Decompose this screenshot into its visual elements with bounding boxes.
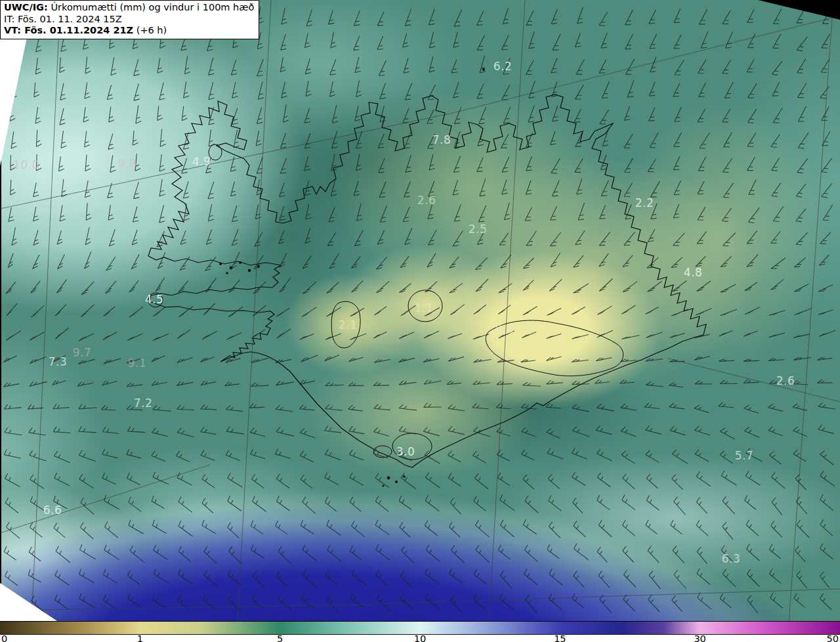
colorbar: 01510153050 <box>0 621 840 642</box>
colorbar-tick-labels: 01510153050 <box>0 635 840 642</box>
product-title: Úrkomumætti (mm) og vindur i 100m hæð <box>48 2 255 12</box>
valid-offset: (+6 h) <box>133 25 167 35</box>
valid-time: VT: Fös. 01.11.2024 21Z <box>4 25 133 35</box>
init-time-line: IT: Fös. 01. 11. 2024 15Z <box>4 14 254 26</box>
colorbar-tick: 10 <box>414 633 426 642</box>
colorbar-tick: 30 <box>694 633 705 642</box>
valid-time-line: VT: Fös. 01.11.2024 21Z (+6 h) <box>4 25 254 37</box>
colorbar-gradient <box>0 621 840 635</box>
corner-mask-bottom-left <box>0 583 59 622</box>
colorbar-tick: 15 <box>554 633 566 642</box>
colorbar-tick: 5 <box>277 633 283 642</box>
colorbar-tick: 1 <box>137 633 143 642</box>
product-line: UWC/IG: Úrkomumætti (mm) og vindur i 100… <box>4 2 254 14</box>
weather-map-app: 6.210.09.84.97.82.62.52.24.84.52.11.10.8… <box>0 0 840 642</box>
corner-mask-top-right <box>758 0 840 20</box>
product-id: UWC/IG: <box>4 2 48 12</box>
colorbar-tick: 0 <box>1 633 7 642</box>
projection-corner-masks <box>0 0 840 622</box>
colorbar-tick: 50 <box>827 633 839 642</box>
title-box: UWC/IG: Úrkomumætti (mm) og vindur i 100… <box>0 0 259 39</box>
